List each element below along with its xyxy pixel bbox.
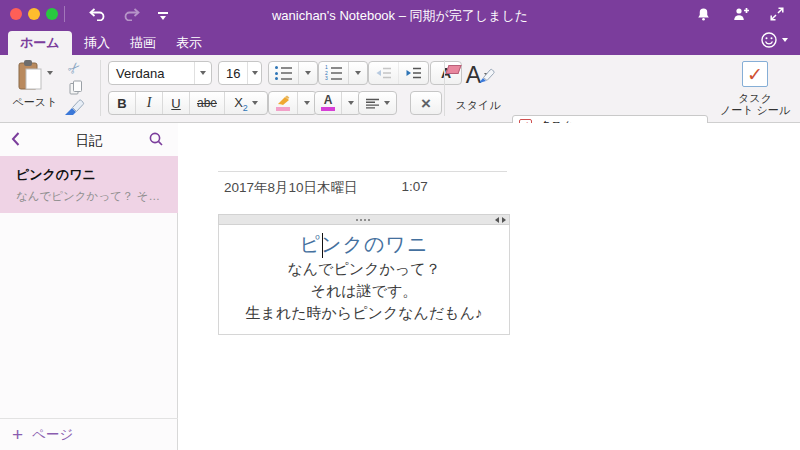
note-seal-label: タスク ノート シール	[720, 92, 790, 116]
paragraph-align-button[interactable]	[359, 92, 396, 114]
grip-dots-icon	[356, 219, 358, 221]
note-title[interactable]: ピンクのワニ	[223, 231, 505, 258]
style-label: スタイル	[455, 98, 500, 113]
numbered-list-group: 1 2 3	[318, 61, 368, 85]
chevron-down-icon	[252, 101, 258, 105]
page-date[interactable]: 2017年8月10日木曜日	[224, 179, 358, 197]
format-painter-button[interactable]	[64, 99, 86, 117]
notifications-button[interactable]	[694, 5, 712, 23]
clipboard-paste-icon	[17, 59, 43, 91]
bullet-list-dropdown[interactable]	[299, 62, 317, 84]
highlighter-icon	[275, 95, 291, 111]
date-divider	[218, 171, 507, 172]
italic-button[interactable]: I	[136, 92, 163, 114]
task-note-seal-button[interactable]: ✓ タスク ノート シール	[714, 61, 796, 116]
note-resize-arrows[interactable]	[495, 217, 506, 223]
bold-button[interactable]: B	[109, 92, 136, 114]
highlight-button[interactable]	[269, 92, 298, 114]
font-color-button[interactable]: A	[315, 92, 342, 114]
page-canvas[interactable]: 2017年8月10日木曜日 1:07 ピンクのワニ なんでピンクかって？ それは…	[178, 123, 800, 450]
font-size-select[interactable]: 16	[218, 61, 262, 85]
add-person-icon	[733, 7, 750, 21]
sidebar-divider	[0, 418, 178, 419]
page-item-preview: なんでピンクかって？ そ…	[16, 189, 171, 204]
chevron-down-icon	[305, 71, 311, 75]
ribbon-tab-row: ホーム 挿入 描画 表示	[0, 28, 800, 55]
sidebar-header: 日記	[0, 123, 178, 156]
numbered-list-icon: 1 2 3	[325, 66, 342, 80]
font-family-select[interactable]: Verdana	[108, 61, 212, 85]
style-brush-icon: A	[466, 61, 481, 89]
page-time[interactable]: 1:07	[402, 179, 428, 197]
chevron-down-icon	[384, 101, 390, 105]
chevron-down-icon	[782, 38, 788, 42]
bell-icon	[696, 7, 711, 22]
tab-draw[interactable]: 描画	[118, 31, 168, 55]
page-sidebar: 日記 ピンクのワニ なんでピンクかって？ そ… + ページ	[0, 123, 178, 450]
bullet-list-group	[268, 61, 318, 85]
group-divider	[444, 60, 445, 116]
page-list-item-selected[interactable]: ピンクのワニ なんでピンクかって？ そ…	[0, 156, 178, 213]
bullet-list-button[interactable]	[269, 62, 299, 84]
note-text-area[interactable]: ピンクのワニ なんでピンクかって？ それは謎です。 生まれた時からピンクなんだも…	[218, 225, 510, 335]
note-line[interactable]: 生まれた時からピンクなんだもん♪	[223, 302, 505, 324]
align-group	[358, 91, 397, 115]
indent-group	[368, 61, 429, 85]
fullscreen-button[interactable]	[768, 5, 786, 23]
delete-x-icon: ×	[421, 95, 431, 112]
search-icon	[148, 131, 164, 147]
note-line[interactable]: なんでピンクかって？	[223, 258, 505, 280]
tab-insert[interactable]: 挿入	[72, 31, 122, 55]
task-seal-checkbox-icon: ✓	[742, 61, 768, 87]
titlebar: wanichan's Notebook – 同期が完了しました	[0, 0, 800, 28]
numbered-list-button[interactable]: 1 2 3	[319, 62, 349, 84]
share-add-person-button[interactable]	[732, 5, 750, 23]
copy-icon	[69, 80, 83, 95]
subscript-button[interactable]: X2	[225, 92, 267, 114]
smiley-icon	[760, 31, 778, 49]
feedback-smiley-button[interactable]	[760, 31, 788, 49]
chevron-right-icon	[502, 217, 506, 223]
strikethrough-button[interactable]: abe	[190, 92, 225, 114]
font-family-value: Verdana	[109, 62, 194, 84]
tab-home[interactable]: ホーム	[8, 31, 72, 55]
increase-indent-icon	[405, 67, 422, 79]
underline-button[interactable]: U	[163, 92, 190, 114]
add-page-button[interactable]: + ページ	[12, 425, 73, 444]
cut-button[interactable]: ✂	[63, 57, 85, 79]
note-line[interactable]: それは謎です。	[223, 280, 505, 302]
expand-arrows-icon	[770, 7, 784, 21]
plus-icon: +	[12, 425, 23, 444]
text-cursor	[322, 233, 323, 258]
style-button[interactable]: A スタイル	[450, 61, 506, 113]
chevron-down-icon	[247, 62, 261, 84]
bullet-list-icon	[275, 66, 292, 80]
page-item-title: ピンクのワニ	[16, 166, 96, 184]
note-container-drag-bar[interactable]	[218, 214, 510, 225]
tab-view[interactable]: 表示	[164, 31, 214, 55]
ribbon: ペースト ✂ Verdana 16	[0, 55, 800, 123]
copy-button[interactable]	[69, 80, 83, 95]
add-page-label: ページ	[32, 426, 73, 444]
font-color-icon: A	[321, 95, 335, 111]
highlight-group	[268, 91, 317, 115]
paste-button[interactable]: ペースト	[6, 59, 64, 110]
increase-indent-button[interactable]	[399, 62, 428, 84]
delete-button[interactable]: ×	[410, 91, 442, 115]
text-format-group: B I U abe X2	[108, 91, 268, 115]
paste-label: ペースト	[13, 95, 58, 110]
decrease-indent-icon	[375, 67, 392, 79]
align-left-icon	[365, 98, 380, 109]
window-title: wanichan's Notebook – 同期が完了しました	[0, 7, 800, 25]
group-divider	[100, 60, 101, 116]
scissors-icon: ✂	[63, 57, 84, 78]
numbered-list-dropdown[interactable]	[349, 62, 367, 84]
onenote-window: wanichan's Notebook – 同期が完了しました ホーム 挿入 描…	[0, 0, 800, 450]
search-button[interactable]	[148, 131, 164, 147]
note-container: ピンクのワニ なんでピンクかって？ それは謎です。 生まれた時からピンクなんだも…	[218, 214, 510, 335]
font-size-value: 16	[219, 62, 247, 84]
font-color-group: A	[314, 91, 361, 115]
paintbrush-icon	[64, 99, 86, 117]
page-date-line: 2017年8月10日木曜日 1:07	[224, 179, 428, 197]
decrease-indent-button[interactable]	[369, 62, 399, 84]
